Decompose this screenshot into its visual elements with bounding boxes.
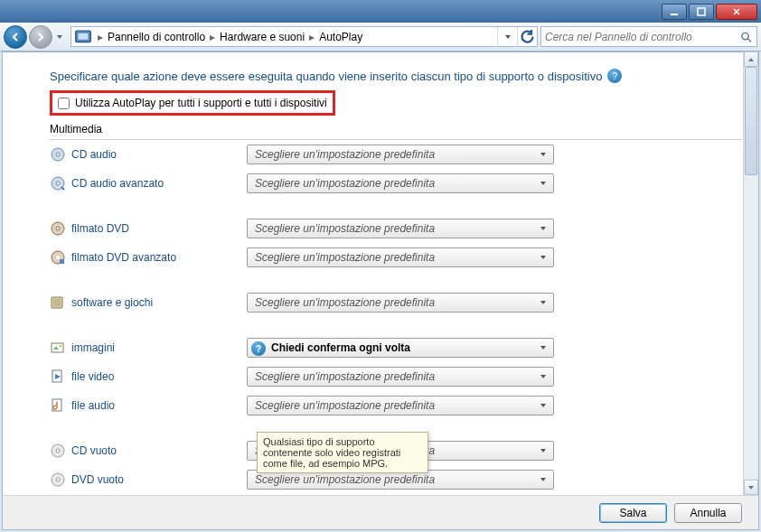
dvd-movie-adv-icon	[50, 249, 66, 266]
ask-icon: ?	[251, 341, 266, 356]
media-label: filmato DVD avanzato	[71, 251, 247, 264]
dvd-blank-icon	[50, 471, 66, 488]
cd-audio-icon	[50, 146, 66, 163]
vertical-scrollbar[interactable]	[743, 51, 758, 495]
media-row: file audio Scegliere un'impostazione pre…	[50, 393, 742, 418]
file-audio-icon	[50, 397, 66, 414]
media-label: file audio	[71, 399, 247, 412]
cd-audio-adv-icon	[50, 175, 66, 191]
media-row: software e giochi Scegliere un'impostazi…	[50, 290, 742, 315]
svg-rect-15	[53, 299, 61, 306]
dropdown-cd-audio[interactable]: Scegliere un'impostazione predefinita	[247, 145, 554, 164]
media-label: CD vuoto	[71, 444, 247, 457]
svg-point-4	[742, 33, 748, 39]
media-label: filmato DVD	[71, 222, 247, 235]
dropdown-file-audio[interactable]: Scegliere un'impostazione predefinita	[247, 396, 554, 415]
media-row: CD audio Scegliere un'impostazione prede…	[50, 142, 742, 167]
search-input[interactable]	[545, 31, 739, 43]
svg-rect-0	[671, 14, 678, 15]
media-row: filmato DVD Scegliere un'impostazione pr…	[50, 216, 742, 241]
nav-history-dropdown[interactable]	[54, 29, 65, 45]
scroll-down-button[interactable]	[744, 480, 758, 495]
content-area: Specificare quale azione deve essere ese…	[3, 52, 758, 495]
breadcrumb-item[interactable]: Pannello di controllo	[106, 31, 207, 43]
scrollbar-thumb[interactable]	[745, 67, 757, 175]
media-label: immagini	[71, 341, 247, 354]
help-icon[interactable]: ?	[607, 69, 622, 83]
media-label: DVD vuoto	[71, 473, 247, 486]
autoplay-all-checkbox[interactable]	[58, 98, 70, 109]
dropdown-images[interactable]: ?Chiedi conferma ogni volta	[247, 338, 554, 358]
cancel-button[interactable]: Annulla	[674, 503, 742, 523]
maximize-button[interactable]	[689, 4, 714, 20]
cd-blank-icon	[50, 443, 66, 459]
titlebar	[0, 0, 761, 23]
page-heading: Specificare quale azione deve essere ese…	[50, 69, 742, 83]
media-row: immagini ?Chiedi conferma ogni volta	[50, 335, 742, 360]
section-label: Multimedia	[50, 123, 742, 135]
search-icon	[739, 30, 753, 44]
media-row: file video Scegliere un'impostazione pre…	[50, 364, 742, 389]
tooltip: Qualsiasi tipo di supporto contenente so…	[257, 432, 428, 473]
svg-point-17	[60, 345, 62, 348]
svg-point-12	[56, 256, 60, 259]
media-row: filmato DVD avanzato Scegliere un'impost…	[50, 245, 742, 270]
dvd-movie-icon	[50, 220, 66, 237]
svg-point-10	[56, 227, 60, 230]
address-dropdown-button[interactable]	[497, 27, 517, 47]
media-label: CD audio avanzato	[71, 177, 247, 190]
svg-rect-13	[60, 259, 64, 264]
refresh-button[interactable]	[517, 27, 537, 47]
forward-button	[29, 25, 52, 49]
media-row: CD audio avanzato Scegliere un'impostazi…	[50, 171, 742, 196]
svg-rect-1	[698, 8, 705, 15]
file-video-icon	[50, 369, 66, 385]
nav-row: ▸ Pannello di controllo ▸ Hardware e suo…	[0, 23, 761, 51]
svg-point-21	[56, 449, 60, 453]
breadcrumb-item[interactable]: Hardware e suoni	[218, 31, 306, 43]
media-label: file video	[71, 370, 247, 383]
save-button[interactable]: Salva	[599, 503, 667, 523]
address-bar[interactable]: ▸ Pannello di controllo ▸ Hardware e suo…	[70, 26, 538, 47]
crumb-sep-icon[interactable]: ▸	[306, 31, 317, 43]
dropdown-software[interactable]: Scegliere un'impostazione predefinita	[247, 293, 554, 313]
dropdown-dvd-movie-adv[interactable]: Scegliere un'impostazione predefinita	[247, 247, 554, 267]
dropdown-file-video[interactable]: Scegliere un'impostazione predefinita	[247, 367, 554, 387]
breadcrumb-item[interactable]: AutoPlay	[317, 31, 364, 43]
media-label: CD audio	[71, 148, 247, 161]
software-games-icon	[50, 294, 66, 311]
crumb-sep-icon[interactable]: ▸	[95, 31, 106, 43]
close-button[interactable]	[716, 4, 757, 20]
images-icon	[50, 340, 66, 356]
scroll-up-button[interactable]	[744, 51, 758, 67]
checkbox-label: Utilizza AutoPlay per tutti i supporti e…	[75, 97, 327, 109]
svg-point-6	[56, 153, 60, 156]
dropdown-dvd-movie[interactable]: Scegliere un'impostazione predefinita	[247, 219, 554, 238]
highlighted-checkbox-area: Utilizza AutoPlay per tutti i supporti e…	[50, 90, 335, 116]
minimize-button[interactable]	[662, 4, 687, 20]
media-label: software e giochi	[71, 296, 247, 309]
back-button[interactable]	[4, 25, 27, 49]
footer: Salva Annulla	[3, 495, 758, 529]
svg-rect-3	[79, 33, 89, 39]
crumb-sep-icon[interactable]: ▸	[207, 31, 218, 43]
svg-point-8	[56, 182, 60, 185]
control-panel-icon	[73, 27, 93, 47]
search-box[interactable]	[540, 26, 757, 47]
svg-point-23	[56, 478, 60, 481]
dropdown-cd-audio-adv[interactable]: Scegliere un'impostazione predefinita	[247, 173, 554, 193]
